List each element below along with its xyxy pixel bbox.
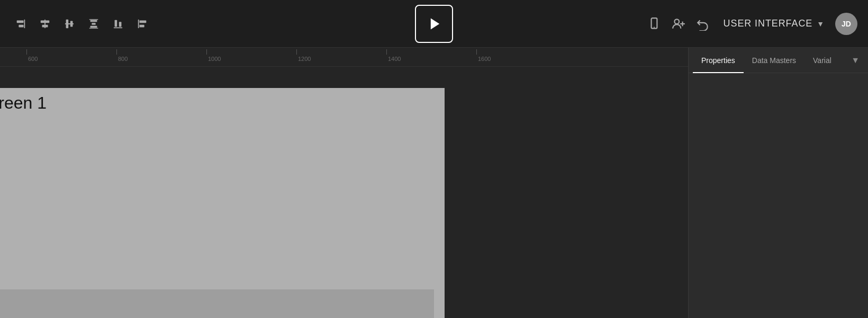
device-preview-icon[interactable] [644,14,664,34]
project-name[interactable]: USER INTERFACE ▼ [724,18,825,29]
svg-rect-10 [91,25,97,28]
svg-rect-5 [44,19,46,28]
tab-variables[interactable]: Varial [804,48,840,73]
project-dropdown-chevron: ▼ [817,20,825,28]
svg-rect-8 [65,23,74,24]
ruler-mark-1400: 1400 [386,49,401,62]
svg-point-22 [654,26,655,28]
ruler-mark-1200: 1200 [296,49,311,62]
align-horizontal-center-icon[interactable] [35,14,55,34]
screen-frame[interactable]: Screen 1 [0,88,445,318]
ruler-mark-1600: 1600 [476,49,491,62]
align-vertical-center-icon[interactable] [59,14,79,34]
toolbar: USER INTERFACE ▼ JD [0,0,868,48]
svg-point-23 [674,19,679,24]
ruler-mark-800: 800 [116,49,128,62]
tab-data-masters[interactable]: Data Masters [744,48,804,73]
project-name-text: USER INTERFACE [724,18,813,29]
align-left-edges-icon[interactable] [132,14,152,34]
svg-rect-9 [91,20,97,22]
panel-tabs-overflow[interactable]: ▼ [847,56,864,65]
right-panel: Properties Data Masters Varial ▼ [688,48,868,318]
panel-tabs: Properties Data Masters Varial ▼ [689,48,868,73]
svg-rect-15 [119,22,122,26]
svg-rect-19 [138,19,139,28]
svg-rect-16 [114,27,123,28]
screen-label: Screen 1 [0,83,62,123]
play-button[interactable] [415,5,453,43]
toolbar-right-icons [644,14,713,34]
svg-rect-2 [24,19,25,28]
screen-sub-area [0,289,434,318]
svg-rect-18 [140,24,144,27]
canvas-area: 600 800 1000 1200 1400 [0,48,688,318]
main-area: 600 800 1000 1200 1400 [0,48,868,318]
avatar[interactable]: JD [835,13,857,35]
canvas-viewport[interactable]: Screen 1 [0,67,688,318]
ruler: 600 800 1000 1200 1400 [0,48,688,67]
undo-icon[interactable] [693,14,713,34]
svg-rect-1 [19,24,23,27]
add-user-icon[interactable] [668,14,689,34]
avatar-initials: JD [842,20,851,28]
tab-properties[interactable]: Properties [693,48,744,73]
toolbar-left [11,14,644,34]
ruler-mark-1000: 1000 [206,49,221,62]
align-right-edges-icon[interactable] [11,14,31,34]
svg-rect-0 [17,20,24,23]
align-bottom-icon[interactable] [108,14,128,34]
ruler-mark-600: 600 [26,49,38,62]
panel-content [689,73,868,318]
svg-rect-14 [115,20,117,26]
ruler-marks: 600 800 1000 1200 1400 [0,48,688,64]
svg-rect-11 [92,23,95,25]
svg-rect-17 [140,20,147,23]
svg-marker-20 [431,18,439,29]
distribute-vertically-icon[interactable] [84,14,104,34]
